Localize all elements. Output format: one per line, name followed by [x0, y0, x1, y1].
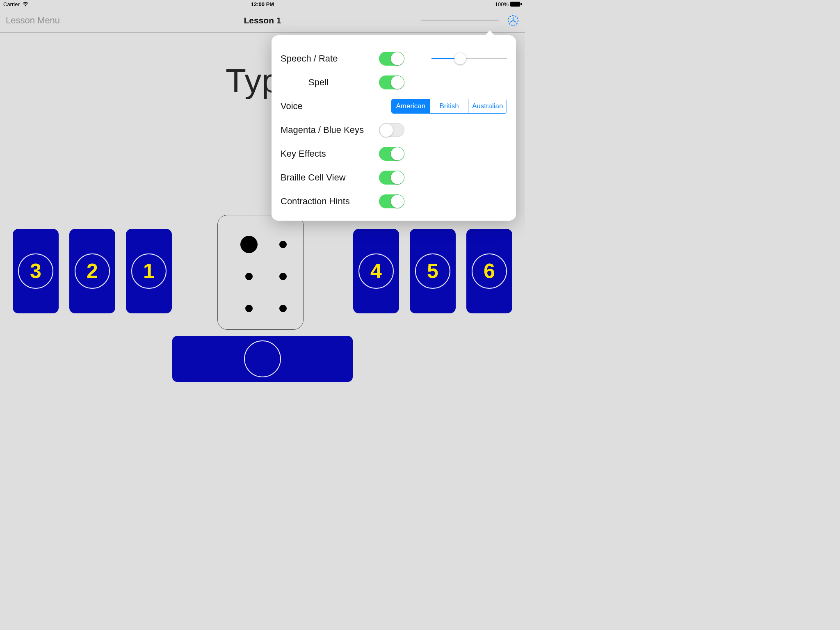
- setting-label: Key Effects: [281, 148, 371, 159]
- page-title: Lesson 1: [244, 16, 281, 25]
- voice-segmented[interactable]: American British Australian: [391, 99, 507, 114]
- settings-popover: Speech / Rate Spell Voice American Briti…: [272, 35, 516, 221]
- nav-bar: Lesson Menu Lesson 1: [0, 8, 525, 33]
- braille-view-toggle[interactable]: [379, 171, 404, 185]
- svg-line-4: [513, 21, 516, 22]
- wifi-icon: [22, 2, 29, 7]
- speech-toggle[interactable]: [379, 52, 404, 66]
- setting-voice: Voice American British Australian: [281, 94, 507, 118]
- setting-key-effects: Key Effects: [281, 142, 507, 166]
- setting-label: Braille Cell View: [281, 172, 371, 183]
- setting-braille-view: Braille Cell View: [281, 166, 507, 189]
- voice-american[interactable]: American: [392, 99, 430, 113]
- voice-australian[interactable]: Australian: [468, 99, 507, 113]
- space-circle-icon: [244, 340, 281, 377]
- setting-label: Speech / Rate: [281, 53, 371, 64]
- braille-space-key[interactable]: [172, 336, 353, 382]
- key-label: 3: [30, 259, 41, 283]
- battery-percent: 100%: [495, 1, 509, 7]
- setting-magenta-blue: Magenta / Blue Keys: [281, 118, 507, 142]
- braille-key-4[interactable]: 4: [353, 229, 399, 313]
- key-label: 4: [370, 259, 382, 283]
- status-bar: Carrier 12:00 PM 100%: [0, 0, 525, 8]
- status-left: Carrier: [3, 1, 29, 7]
- magenta-blue-toggle[interactable]: [379, 123, 404, 137]
- setting-contraction-hints: Contraction Hints: [281, 189, 507, 213]
- status-time: 12:00 PM: [251, 1, 274, 7]
- braille-key-6[interactable]: 6: [466, 229, 512, 313]
- contraction-toggle[interactable]: [379, 194, 404, 208]
- braille-key-2[interactable]: 2: [69, 229, 115, 313]
- key-label: 1: [143, 259, 155, 283]
- lesson-menu-button[interactable]: Lesson Menu: [6, 15, 60, 26]
- settings-button[interactable]: [507, 14, 519, 27]
- setting-label: Magenta / Blue Keys: [281, 125, 371, 135]
- key-label: 2: [87, 259, 98, 283]
- key-label: 6: [484, 259, 495, 283]
- battery-icon: [510, 2, 522, 7]
- rate-slider[interactable]: [431, 52, 507, 65]
- svg-rect-0: [510, 2, 520, 7]
- setting-spell: Spell: [281, 71, 507, 94]
- svg-rect-1: [520, 3, 522, 5]
- braille-keypad: 3 2 1 4 5 6: [0, 229, 525, 382]
- spell-toggle[interactable]: [379, 75, 404, 89]
- setting-label: Contraction Hints: [281, 196, 371, 207]
- svg-line-5: [510, 21, 513, 22]
- setting-speech-rate: Speech / Rate: [281, 47, 507, 71]
- voice-british[interactable]: British: [430, 99, 468, 113]
- braille-key-1[interactable]: 1: [126, 229, 172, 313]
- setting-label: Voice: [281, 101, 371, 112]
- key-effects-toggle[interactable]: [379, 147, 404, 161]
- braille-key-3[interactable]: 3: [13, 229, 59, 313]
- braille-key-5[interactable]: 5: [410, 229, 456, 313]
- setting-label: Spell: [281, 77, 371, 88]
- key-label: 5: [427, 259, 438, 283]
- carrier-label: Carrier: [3, 1, 20, 7]
- progress-bar: [421, 20, 499, 21]
- status-right: 100%: [495, 1, 522, 7]
